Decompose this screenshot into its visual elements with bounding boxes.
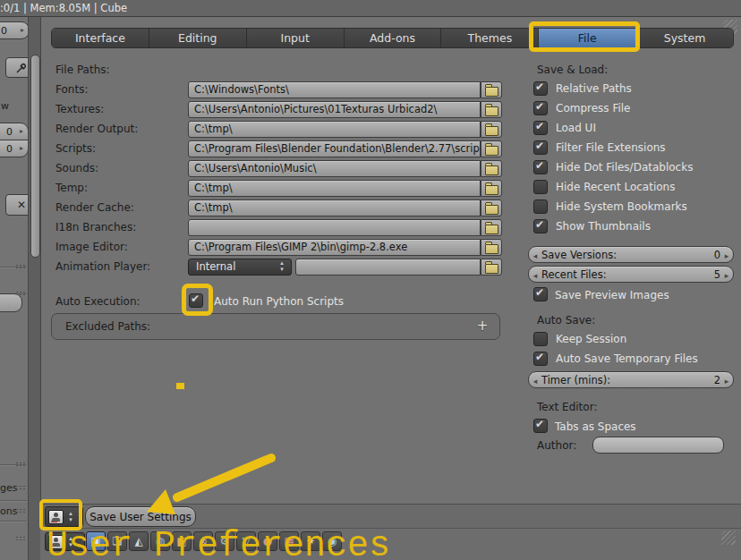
field-label: Image Editor: (55, 241, 128, 253)
decrement-arrow-icon[interactable] (529, 249, 541, 261)
checkbox-icon[interactable] (533, 332, 548, 346)
info-bar: :0/1 | Mem:8.05M | Cube (0, 0, 741, 17)
timer-mins-stepper[interactable]: Timer (mins): 2 (528, 371, 734, 388)
checkbox-icon[interactable] (533, 140, 548, 155)
save-preview-images-label: Save Preview Images (555, 289, 669, 301)
tabs-as-spaces-checkbox[interactable] (533, 419, 548, 433)
auto-save-option[interactable]: Keep Session (533, 329, 698, 349)
checkbox-icon[interactable] (533, 180, 548, 194)
area-resize-grip[interactable] (721, 530, 736, 545)
save-load-option[interactable]: Show Thumbnails (533, 216, 693, 236)
folder-icon (485, 225, 498, 234)
partial-label-w: w (1, 100, 9, 112)
tab-addons[interactable]: Add-ons (345, 29, 442, 47)
decrement-arrow-icon[interactable] (529, 268, 541, 281)
path-value: C:\tmp\ (194, 201, 233, 214)
folder-browse-button[interactable] (481, 180, 502, 197)
i18n-branches-path-field[interactable] (188, 219, 481, 236)
scrollbar-thumb[interactable] (30, 55, 40, 258)
eyedropper-icon (15, 62, 28, 74)
annotation-dot (176, 383, 184, 389)
save-load-option[interactable]: Relative Paths (533, 79, 693, 98)
folder-browse-button[interactable] (481, 199, 502, 216)
checkbox-icon[interactable] (533, 199, 548, 214)
blender-window: :0/1 | Mem:8.05M | Cube 0 w 0 0 ✕ ges on… (0, 0, 741, 560)
panel-grip-handle[interactable] (15, 485, 25, 490)
folder-browse-button[interactable] (481, 160, 502, 177)
folder-icon (485, 244, 498, 254)
partial-button[interactable] (0, 293, 22, 312)
field-label: Textures: (55, 103, 104, 115)
save-preview-images-checkbox[interactable] (533, 287, 548, 301)
scripts-path-field[interactable]: C:\Program Files\Blender Foundation\Blen… (188, 140, 481, 157)
checkbox-icon[interactable] (533, 352, 548, 366)
panel-divider (0, 500, 27, 502)
save-load-title: Save & Load: (537, 64, 608, 76)
animation-player-dropdown[interactable]: Internal (188, 259, 292, 276)
panel-grip-handle[interactable] (15, 508, 25, 513)
tab-themes[interactable]: Themes (441, 29, 539, 47)
folder-browse-button[interactable] (481, 81, 502, 98)
annotation-caption: User Preferences (47, 526, 390, 560)
author-input[interactable] (592, 437, 724, 454)
tab-interface[interactable]: Interface (52, 29, 149, 47)
tab-editing[interactable]: Editing (149, 29, 247, 47)
field-label: Sounds: (55, 162, 98, 174)
file-tab-highlight-box (529, 21, 640, 52)
panel-grip-handle[interactable] (15, 462, 25, 467)
auto-save-options: Keep Session Auto Save Temporary Files (533, 329, 698, 369)
folder-browse-button[interactable] (481, 140, 502, 157)
checkbox-icon[interactable] (533, 81, 548, 96)
render-output-path-field[interactable]: C:\tmp\ (188, 121, 481, 138)
recent-files-stepper[interactable]: Recent Files: 5 (528, 266, 734, 283)
increment-arrow-icon[interactable] (720, 268, 733, 281)
folder-browse-button[interactable] (481, 239, 502, 256)
folder-browse-button[interactable] (481, 121, 502, 138)
folder-icon (485, 146, 498, 156)
checkbox-icon[interactable] (533, 160, 548, 174)
checkbox-label: Compress File (556, 102, 630, 115)
checkbox-label: Hide Dot Files/Datablocks (556, 161, 693, 174)
folder-browse-button[interactable] (481, 219, 502, 236)
file-paths-title: File Paths: (55, 64, 110, 76)
scrollbar[interactable] (28, 17, 41, 560)
panel-grip-handle[interactable] (15, 264, 25, 269)
auto-save-option[interactable]: Auto Save Temporary Files (533, 349, 698, 369)
checkbox-label: Relative Paths (556, 82, 632, 95)
path-value: C:\Users\Antonio\Music\ (194, 162, 317, 174)
save-load-option[interactable]: Hide System Bookmarks (533, 197, 693, 216)
folder-browse-button[interactable] (481, 101, 502, 118)
save-load-option[interactable]: Filter File Extensions (533, 138, 693, 157)
save-versions-stepper[interactable]: Save Versions: 0 (528, 246, 734, 263)
save-load-option[interactable]: Hide Dot Files/Datablocks (533, 157, 693, 177)
temp-path-field[interactable]: C:\tmp\ (188, 180, 481, 197)
value-stepper[interactable]: 0 (0, 123, 29, 140)
increment-arrow-icon[interactable] (720, 374, 733, 386)
checkbox-icon[interactable] (533, 121, 548, 135)
value-stepper[interactable]: 0 (0, 21, 30, 39)
fonts-path-field[interactable]: C:\Windows\Fonts\ (188, 81, 481, 98)
checkbox-icon[interactable] (533, 219, 548, 233)
render-cache-path-field[interactable]: C:\tmp\ (188, 199, 481, 216)
field-label: Render Cache: (55, 201, 134, 214)
save-load-option[interactable]: Load UI (533, 118, 693, 138)
panel-grip-handle[interactable] (15, 536, 25, 541)
folder-browse-button[interactable] (481, 259, 502, 276)
animation-player-path-field[interactable] (295, 259, 481, 276)
path-value: C:\Windows\Fonts\ (194, 83, 289, 96)
textures-path-field[interactable]: C:\Users\Antonio\Pictures\01Texturas Urb… (188, 101, 481, 118)
decrement-arrow-icon[interactable] (529, 374, 541, 386)
save-load-option[interactable]: Hide Recent Locations (533, 177, 693, 197)
add-path-button[interactable] (474, 318, 490, 334)
auto-run-python-label: Auto Run Python Scripts (214, 295, 344, 308)
checkbox-icon[interactable] (533, 101, 548, 115)
increment-arrow-icon[interactable] (720, 249, 733, 261)
image-editor-path-field[interactable]: C:\Program Files\GIMP 2\bin\gimp-2.8.exe (188, 239, 481, 256)
save-load-option[interactable]: Compress File (533, 98, 693, 118)
value-stepper[interactable]: 0 (0, 140, 29, 157)
tab-input[interactable]: Input (247, 29, 345, 47)
tab-system[interactable]: System (636, 29, 733, 47)
field-label: Temp: (55, 182, 88, 194)
sounds-path-field[interactable]: C:\Users\Antonio\Music\ (188, 160, 481, 177)
checkbox-highlight-box (182, 284, 213, 316)
